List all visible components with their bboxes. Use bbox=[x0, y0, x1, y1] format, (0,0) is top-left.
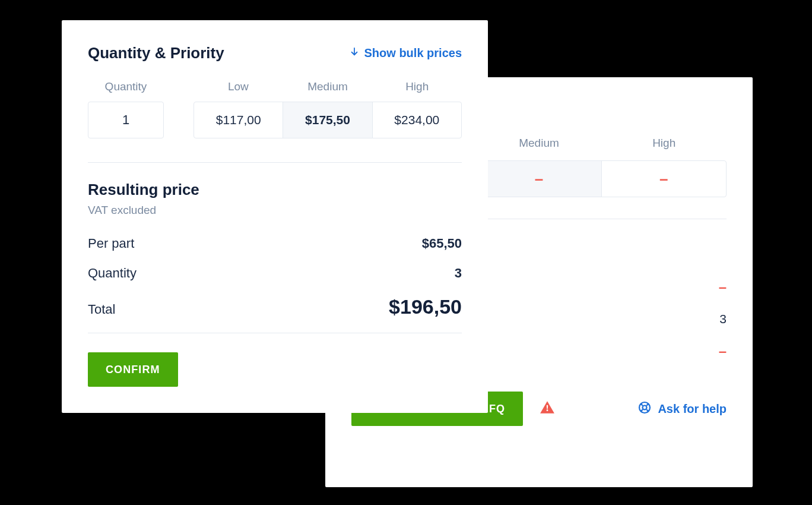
quantity-input[interactable] bbox=[88, 102, 164, 138]
priority-price-high[interactable]: – bbox=[601, 161, 726, 197]
priority-option-medium[interactable]: $175,50 bbox=[283, 102, 372, 138]
total-value: $196,50 bbox=[389, 295, 462, 318]
svg-point-1 bbox=[643, 405, 647, 409]
priority-option-low[interactable]: $117,00 bbox=[194, 102, 283, 138]
priority-label-medium: Medium bbox=[477, 137, 602, 150]
ask-for-help-link[interactable]: Ask for help bbox=[637, 400, 727, 418]
total-label: Total bbox=[88, 302, 115, 317]
priority-label-medium: Medium bbox=[283, 80, 373, 93]
summary-quantity: 3 bbox=[719, 312, 727, 326]
pricing-card: Quantity & Priority Show bulk prices Qua… bbox=[62, 20, 488, 413]
priority-price-box: $117,00 $175,50 $234,00 bbox=[194, 102, 462, 138]
summary-total: – bbox=[719, 343, 727, 359]
divider bbox=[88, 333, 462, 333]
vat-excluded-note: VAT excluded bbox=[88, 204, 462, 217]
priority-price-medium[interactable]: – bbox=[476, 161, 601, 197]
priority-label-high: High bbox=[372, 80, 462, 93]
arrow-down-icon bbox=[349, 46, 360, 60]
ask-for-help-label: Ask for help bbox=[658, 402, 727, 416]
show-bulk-prices-label: Show bulk prices bbox=[364, 46, 462, 60]
quantity-column-label: Quantity bbox=[88, 80, 164, 93]
quantity-label: Quantity bbox=[88, 266, 137, 281]
confirm-button[interactable]: Confirm bbox=[88, 352, 178, 387]
priority-label-high: High bbox=[601, 137, 727, 150]
column-labels: Quantity Low Medium High bbox=[88, 80, 462, 93]
summary-per-part: – bbox=[719, 279, 727, 295]
priority-label-low: Low bbox=[194, 80, 283, 93]
resulting-price-title: Resulting price bbox=[88, 181, 462, 199]
quantity-value: 3 bbox=[455, 266, 462, 281]
show-bulk-prices-link[interactable]: Show bulk prices bbox=[349, 46, 462, 60]
section-title: Quantity & Priority bbox=[88, 44, 224, 62]
lifebuoy-icon bbox=[637, 400, 652, 418]
per-part-value: $65,50 bbox=[422, 236, 462, 251]
divider bbox=[88, 162, 462, 163]
warning-icon bbox=[540, 400, 555, 418]
per-part-label: Per part bbox=[88, 236, 134, 251]
priority-option-high[interactable]: $234,00 bbox=[372, 102, 461, 138]
